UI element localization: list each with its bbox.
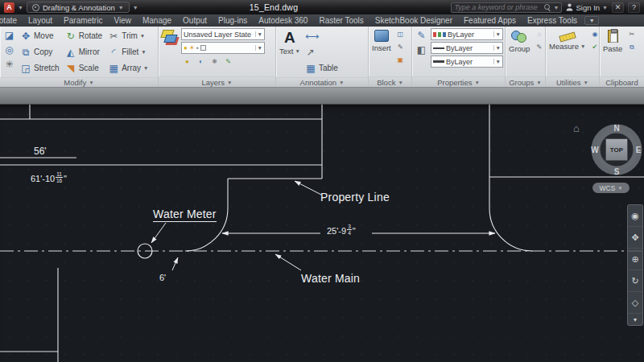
layer-isolate-button[interactable]: ◐ bbox=[195, 56, 207, 68]
full-navigation-wheel-button[interactable]: ◉ bbox=[628, 205, 642, 227]
insert-button[interactable]: Insert bbox=[371, 28, 392, 54]
panel-label-groups[interactable]: Groups▼ bbox=[506, 76, 545, 87]
home-icon[interactable]: ⌂ bbox=[573, 122, 580, 134]
navbar-options-chevron-icon[interactable]: ▼ bbox=[628, 314, 642, 325]
drawing-canvas[interactable]: Water Meter Property Line Water Main 56'… bbox=[0, 105, 644, 362]
compass-west[interactable]: W bbox=[591, 146, 598, 154]
create-block-button[interactable]: ◫ bbox=[394, 28, 407, 40]
orbit-button[interactable]: ↻ bbox=[628, 270, 642, 292]
layer-match-button[interactable]: ✎ bbox=[222, 56, 234, 68]
object-color-dropdown[interactable]: ByLayer ▼ bbox=[431, 28, 503, 40]
cut-button[interactable]: ✂ bbox=[625, 28, 638, 40]
group-button[interactable]: Group bbox=[508, 28, 530, 55]
tab-output[interactable]: Output bbox=[177, 14, 213, 27]
layer-freeze-button[interactable]: ❄ bbox=[208, 56, 221, 68]
lineweight-dropdown[interactable]: ByLayer ▼ bbox=[431, 56, 503, 68]
tab-layout[interactable]: Layout bbox=[23, 14, 58, 27]
edit-block-button[interactable]: ✎ bbox=[394, 41, 407, 53]
erase-button[interactable]: ◪ bbox=[2, 28, 16, 42]
table-label: Table bbox=[319, 64, 338, 72]
scale-button[interactable]: ◥Scale bbox=[64, 60, 104, 76]
group-edit-button[interactable]: ✎ bbox=[533, 41, 545, 53]
zoom-button[interactable]: ⊕ bbox=[628, 249, 642, 270]
property-line-label: Property Line bbox=[320, 191, 390, 204]
tab-view[interactable]: View bbox=[108, 14, 137, 27]
panel-annotation: A Text▼ ⟷ ↗ ▦Table Annotation▼ bbox=[276, 27, 369, 87]
panel-label-properties[interactable]: Properties▼ bbox=[412, 76, 505, 87]
quick-access-chevron-icon[interactable]: ▼ bbox=[133, 5, 138, 10]
ribbon-options-chevron-icon[interactable]: ▼ bbox=[584, 16, 599, 25]
search-input[interactable] bbox=[454, 3, 541, 11]
copy-button[interactable]: ⧉Copy bbox=[19, 44, 61, 60]
workspace-switcher[interactable]: Drafting & Annotation ▼ bbox=[27, 2, 130, 13]
copy-clip-icon: ⧉ bbox=[626, 44, 638, 51]
user-icon bbox=[566, 3, 573, 11]
wcs-dropdown[interactable]: WCS ▼ bbox=[592, 183, 630, 193]
tab-express-tools[interactable]: Express Tools bbox=[522, 14, 583, 27]
group-label: Group bbox=[509, 44, 530, 53]
trim-button[interactable]: ✂Trim▼ bbox=[106, 28, 150, 43]
text-button[interactable]: A Text▼ bbox=[279, 28, 301, 57]
pan-button[interactable]: ✥ bbox=[628, 227, 642, 249]
table-button[interactable]: ▦Table bbox=[303, 60, 340, 76]
layer-properties-button[interactable] bbox=[161, 28, 179, 45]
tab-parametric[interactable]: Parametric bbox=[58, 14, 108, 27]
titlebar-right-cluster: ▼ Sign In ▼ ✕ ? bbox=[451, 2, 640, 13]
viewcube[interactable]: ⌂ N W S E TOP bbox=[572, 116, 644, 187]
rotate-label: Rotate bbox=[79, 31, 102, 40]
panel-label-block[interactable]: Block▼ bbox=[369, 76, 411, 87]
panel-label-clipboard[interactable]: Clipboard bbox=[600, 76, 644, 87]
app-menu-chevron-icon[interactable]: ▼ bbox=[18, 5, 23, 10]
dimension-button[interactable]: ⟷ bbox=[303, 28, 340, 43]
tab-annotate[interactable]: Annotate bbox=[0, 14, 23, 27]
compass-east[interactable]: E bbox=[636, 146, 642, 154]
panel-label-utilities[interactable]: Utilities▼ bbox=[546, 76, 599, 87]
match-layer-icon: ✎ bbox=[223, 59, 234, 65]
array-button[interactable]: ▦Array▼ bbox=[106, 60, 150, 76]
cut-icon: ✂ bbox=[626, 31, 638, 38]
panel-label-modify[interactable]: Modify▼ bbox=[0, 77, 158, 87]
fillet-button[interactable]: ◜Fillet▼ bbox=[106, 44, 150, 60]
fillet-icon: ◜ bbox=[108, 47, 119, 57]
leader-button[interactable]: ↗ bbox=[303, 44, 340, 60]
panel-label-layers[interactable]: Layers▼ bbox=[159, 76, 275, 87]
sign-in-button[interactable]: Sign In ▼ bbox=[566, 3, 608, 12]
tab-manage[interactable]: Manage bbox=[137, 14, 177, 27]
panel-label-annotation[interactable]: Annotation▼ bbox=[276, 77, 368, 87]
tab-featured-apps[interactable]: Featured Apps bbox=[458, 14, 522, 27]
search-options-chevron-icon[interactable]: ▼ bbox=[554, 5, 559, 10]
layer-dropdown[interactable]: ● ☀ ▪ ▼ bbox=[181, 42, 265, 54]
stretch-button[interactable]: ◲Stretch bbox=[19, 60, 61, 76]
search-icon[interactable] bbox=[544, 4, 551, 11]
offset-button[interactable]: ◎ bbox=[2, 43, 16, 56]
exchange-apps-icon[interactable]: ✕ bbox=[612, 2, 624, 13]
paste-button[interactable]: Paste bbox=[602, 28, 623, 55]
explode-button[interactable]: ✳ bbox=[2, 57, 16, 71]
properties-list-button[interactable]: ◧ bbox=[415, 43, 428, 56]
linetype-dropdown[interactable]: ByLayer ▼ bbox=[431, 42, 503, 54]
layer-state-dropdown[interactable]: Unsaved Layer State ▼ bbox=[181, 28, 265, 40]
ungroup-button[interactable]: ◌ bbox=[533, 28, 545, 40]
layer-properties-icon bbox=[162, 30, 178, 43]
compass-north[interactable]: N bbox=[613, 124, 619, 133]
measure-button[interactable]: Measure▼ bbox=[548, 28, 586, 52]
autocad-logo-icon[interactable]: A bbox=[4, 2, 14, 13]
block-attributes-button[interactable]: ▣ bbox=[394, 54, 407, 66]
ribbon: ◪ ◎ ✳ ✥Move ⧉Copy ◲Stretch ↻Rotate ◭Mirr… bbox=[0, 27, 644, 87]
chevron-down-icon: ▼ bbox=[118, 5, 124, 10]
match-properties-button[interactable]: ✎ bbox=[415, 28, 428, 42]
show-motion-button[interactable]: ◇ bbox=[628, 292, 642, 314]
tab-raster-tools[interactable]: Raster Tools bbox=[313, 14, 369, 27]
compass-south[interactable]: S bbox=[614, 167, 620, 176]
rotate-button[interactable]: ↻Rotate bbox=[64, 28, 104, 43]
tab-sketchbook-designer[interactable]: SketchBook Designer bbox=[369, 14, 458, 27]
copy-clip-button[interactable]: ⧉ bbox=[625, 41, 638, 53]
tab-plugins[interactable]: Plug-ins bbox=[213, 14, 253, 27]
mirror-button[interactable]: ◭Mirror bbox=[64, 44, 104, 60]
layer-off-button[interactable]: ● bbox=[181, 56, 193, 68]
tab-autodesk-360[interactable]: Autodesk 360 bbox=[253, 14, 313, 27]
viewcube-top-face[interactable]: TOP bbox=[605, 138, 628, 161]
help-icon[interactable]: ? bbox=[628, 2, 640, 13]
lock-icon: ▪ bbox=[196, 45, 199, 51]
move-button[interactable]: ✥Move bbox=[19, 28, 61, 43]
